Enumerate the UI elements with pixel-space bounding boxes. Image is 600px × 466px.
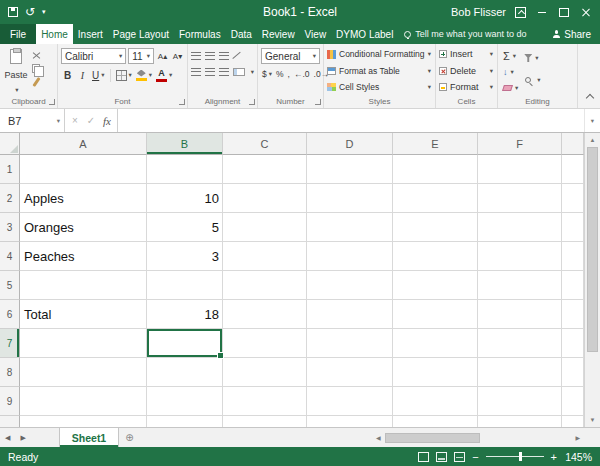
conditional-formatting-button[interactable]: Conditional Formatting ▾ (327, 49, 432, 59)
cell-C6[interactable] (223, 300, 307, 329)
cell-B4[interactable]: 3 (147, 242, 223, 271)
merge-center-icon[interactable] (233, 68, 245, 76)
find-select-button[interactable]: ▾ (524, 73, 540, 87)
column-header-A[interactable]: A (20, 133, 147, 155)
tab-view[interactable]: View (300, 24, 332, 44)
alignment-dialog-launcher-icon[interactable] (249, 99, 255, 105)
font-dialog-launcher-icon[interactable] (179, 99, 185, 105)
sheet-tab-sheet1[interactable]: Sheet1 (59, 428, 119, 447)
cell-F6[interactable] (478, 300, 562, 329)
cell-A3[interactable]: Oranges (20, 213, 147, 242)
column-header-D[interactable]: D (307, 133, 393, 155)
cell-styles-button[interactable]: Cell Styles ▾ (327, 82, 432, 92)
cell-E10[interactable] (393, 416, 478, 427)
paste-button[interactable]: Paste ▾ (3, 47, 29, 95)
format-cells-button[interactable]: Format ▾ (439, 82, 494, 92)
row-header-7[interactable]: 7 (0, 329, 20, 358)
tell-me-box[interactable]: Tell me what you want to do (398, 24, 532, 44)
cell-F8[interactable] (478, 358, 562, 387)
cell-D9[interactable] (307, 387, 393, 416)
cell-C4[interactable] (223, 242, 307, 271)
row-header-4[interactable]: 4 (0, 242, 20, 271)
vertical-scrollbar[interactable]: ▲ ▼ (584, 133, 600, 427)
row-header-5[interactable]: 5 (0, 271, 20, 300)
percent-format-button[interactable]: % (275, 69, 285, 79)
maximize-button[interactable] (557, 6, 570, 19)
cell-D4[interactable] (307, 242, 393, 271)
font-size-select[interactable]: 11 ▾ (128, 48, 154, 64)
cell-D2[interactable] (307, 184, 393, 213)
vertical-scrollbar-thumb[interactable] (587, 147, 598, 352)
column-header-F[interactable]: F (478, 133, 562, 155)
format-as-table-button[interactable]: Format as Table ▾ (327, 66, 432, 76)
page-layout-view-icon[interactable] (436, 452, 447, 462)
tab-file[interactable]: File (0, 24, 36, 44)
tab-review[interactable]: Review (257, 24, 300, 44)
autosum-button[interactable]: Σ ▾ (503, 49, 518, 63)
cell-F5[interactable] (478, 271, 562, 300)
undo-icon[interactable]: ↺ (25, 6, 35, 18)
cell-A10[interactable] (20, 416, 147, 427)
cell-D3[interactable] (307, 213, 393, 242)
cell-F10[interactable] (478, 416, 562, 427)
cell-E8[interactable] (393, 358, 478, 387)
save-icon[interactable] (8, 7, 18, 17)
cell-E6[interactable] (393, 300, 478, 329)
tab-page-layout[interactable]: Page Layout (108, 24, 174, 44)
cell-A7[interactable] (20, 329, 147, 358)
chevron-down-icon[interactable]: ▾ (251, 68, 254, 76)
cell-B9[interactable] (147, 387, 223, 416)
number-dialog-launcher-icon[interactable] (315, 99, 321, 105)
cell-F9[interactable] (478, 387, 562, 416)
tab-home[interactable]: Home (36, 24, 73, 44)
qat-customize-icon[interactable]: ▾ (42, 8, 46, 16)
cell-C8[interactable] (223, 358, 307, 387)
fill-button[interactable]: ↓ ▾ (503, 65, 518, 79)
align-center-icon[interactable] (205, 68, 215, 76)
cell-D8[interactable] (307, 358, 393, 387)
cut-icon[interactable] (32, 51, 41, 60)
cell-D5[interactable] (307, 271, 393, 300)
column-header-E[interactable]: E (393, 133, 478, 155)
clear-button[interactable]: ▾ (503, 81, 518, 95)
cell-C9[interactable] (223, 387, 307, 416)
row-header-1[interactable]: 1 (0, 155, 20, 184)
collapse-ribbon-icon[interactable] (586, 94, 594, 102)
cancel-icon[interactable]: × (67, 115, 83, 126)
cell-F4[interactable] (478, 242, 562, 271)
enter-icon[interactable]: ✓ (83, 115, 99, 126)
row-header-6[interactable]: 6 (0, 300, 20, 329)
cell-B5[interactable] (147, 271, 223, 300)
bottom-align-icon[interactable] (219, 52, 229, 60)
zoom-out-icon[interactable]: − (472, 451, 478, 463)
scroll-up-icon[interactable]: ▲ (585, 133, 600, 147)
cell-A4[interactable]: Peaches (20, 242, 147, 271)
cell-C10[interactable] (223, 416, 307, 427)
scroll-right-icon[interactable]: ▶ (571, 434, 584, 441)
cell-E9[interactable] (393, 387, 478, 416)
name-box-dropdown-icon[interactable]: ▾ (53, 109, 64, 132)
cell-B7-selected[interactable] (147, 329, 223, 358)
sheet-nav-left-icon[interactable]: ◀ (0, 428, 15, 447)
cell-A2[interactable]: Apples (20, 184, 147, 213)
row-header-10[interactable] (0, 416, 20, 427)
row-header-9[interactable]: 9 (0, 387, 20, 416)
font-color-button[interactable]: A ▾ (155, 67, 173, 83)
cell-C3[interactable] (223, 213, 307, 242)
select-all-button[interactable] (0, 133, 20, 155)
ribbon-display-options-icon[interactable] (515, 7, 526, 18)
tab-formulas[interactable]: Formulas (174, 24, 226, 44)
sheet-nav-right-icon[interactable]: ▶ (15, 428, 30, 447)
cell-B3[interactable]: 5 (147, 213, 223, 242)
shrink-font-button[interactable]: A▾ (171, 48, 184, 64)
cell-C7[interactable] (223, 329, 307, 358)
underline-button[interactable]: U ▾ (91, 67, 106, 83)
cell-D7[interactable] (307, 329, 393, 358)
cell-C5[interactable] (223, 271, 307, 300)
row-header-3[interactable]: 3 (0, 213, 20, 242)
top-align-icon[interactable] (191, 52, 201, 60)
delete-cells-button[interactable]: Delete ▾ (439, 66, 494, 76)
cell-D10[interactable] (307, 416, 393, 427)
column-header-B[interactable]: B (147, 133, 223, 155)
scroll-down-icon[interactable]: ▼ (585, 413, 600, 427)
